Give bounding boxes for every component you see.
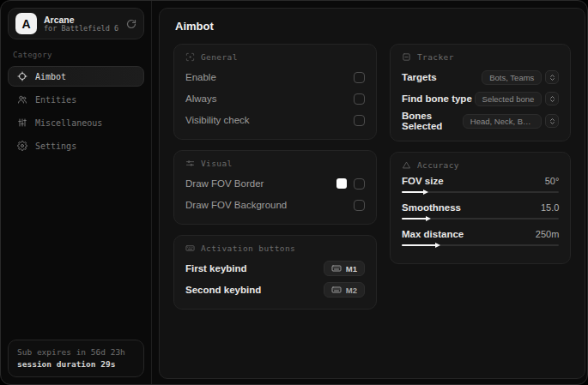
app-window: A Arcane for Battlefield 6 Category Aimb… — [0, 0, 588, 385]
sidebar: A Arcane for Battlefield 6 Category Aimb… — [1, 1, 152, 384]
keybind-row: First keybind M1 — [185, 259, 365, 278]
app-name: Arcane — [44, 15, 119, 25]
slider-thumb[interactable] — [426, 216, 431, 221]
slider-fill — [402, 244, 436, 246]
fov-size-slider[interactable] — [402, 189, 559, 196]
bones-selected-unfold-button[interactable] — [545, 114, 559, 128]
slider-row: Max distance 250m — [402, 229, 559, 239]
page-title: Aimbot — [175, 20, 571, 33]
card-header-label: General — [201, 52, 238, 62]
logo-badge: A — [15, 13, 37, 34]
sidebar-item-aimbot[interactable]: Aimbot — [8, 66, 144, 87]
dropdown-label: Find bone type — [402, 93, 472, 104]
slider-label: FOV size — [402, 176, 444, 186]
crosshair-icon — [17, 71, 27, 81]
sidebar-nav: Aimbot Entities Miscellaneous Settings — [8, 66, 144, 156]
sidebar-item-label: Aimbot — [35, 72, 66, 81]
first-keybind-button[interactable]: M1 — [324, 261, 365, 276]
setting-label: Visibility check — [185, 115, 250, 125]
scan-icon — [185, 52, 195, 62]
setting-row: Always — [185, 89, 365, 108]
slider-fill — [402, 191, 424, 193]
triangle-icon — [402, 160, 411, 170]
slider-value: 50° — [545, 176, 560, 186]
enable-checkbox[interactable] — [354, 72, 365, 83]
sidebar-item-label: Miscellaneous — [35, 118, 102, 128]
dropdown-label: Bones Selected — [402, 111, 463, 131]
users-icon — [17, 94, 27, 105]
targets-select[interactable]: Bots, Teams — [482, 70, 542, 85]
targets-unfold-button[interactable] — [545, 70, 559, 84]
setting-label: Draw FOV Background — [185, 200, 287, 210]
sidebar-item-miscellaneous[interactable]: Miscellaneous — [8, 112, 144, 133]
always-checkbox[interactable] — [354, 93, 365, 105]
session-duration-text: session duration 29s — [17, 358, 135, 370]
slider-row: FOV size 50° — [402, 176, 559, 186]
app-subtitle: for Battlefield 6 — [44, 25, 119, 33]
fov-border-color-swatch[interactable] — [336, 178, 347, 189]
dropdown-row: Targets Bots, Teams — [402, 68, 559, 87]
dropdown-row: Bones Selected Head, Neck, Body, Pe.. — [402, 111, 559, 131]
smoothness-slider[interactable] — [402, 215, 559, 222]
card-header-label: Activation buttons — [201, 244, 295, 253]
draw-fov-background-checkbox[interactable] — [354, 200, 365, 211]
gear-icon — [17, 141, 27, 151]
dropdown-row: Find bone type Selected bone — [402, 89, 559, 108]
keyboard-icon — [185, 244, 195, 253]
keybind-label: First keybind — [185, 263, 247, 274]
chevrons-up-down-icon — [549, 117, 556, 125]
sidebar-item-label: Settings — [35, 141, 76, 151]
main-area: Aimbot General Enable Alw — [152, 1, 588, 384]
setting-row: Visibility check — [185, 111, 365, 129]
max-distance-slider[interactable] — [402, 242, 559, 249]
activation-card: Activation buttons First keybind M1 Seco… — [173, 235, 377, 310]
slider-row: Smoothness 15.0 — [402, 202, 559, 213]
adjustments-icon — [185, 159, 195, 168]
setting-row: Draw FOV Background — [185, 196, 365, 214]
slider-thumb[interactable] — [423, 189, 428, 195]
keybind-value: M2 — [346, 286, 357, 295]
keybind-row: Second keybind M2 — [185, 280, 365, 299]
main-panel: Aimbot General Enable Alw — [159, 8, 585, 379]
visibility-check-checkbox[interactable] — [354, 115, 365, 126]
setting-label: Draw FOV Border — [185, 178, 264, 189]
draw-fov-border-checkbox[interactable] — [354, 178, 365, 189]
category-label: Category — [13, 51, 139, 59]
second-keybind-button[interactable]: M2 — [324, 282, 365, 298]
setting-row: Draw FOV Border — [185, 174, 365, 193]
chevrons-up-down-icon — [549, 95, 556, 103]
accuracy-card: Accuracy FOV size 50° Smoothness — [390, 152, 571, 264]
card-header-label: Accuracy — [417, 160, 459, 170]
bones-selected-select[interactable]: Head, Neck, Body, Pe.. — [463, 114, 543, 129]
tracker-card: Tracker Targets Bots, Teams — [390, 44, 571, 141]
setting-label: Always — [185, 93, 216, 104]
slider-fill — [402, 218, 427, 220]
refresh-icon[interactable] — [126, 19, 136, 29]
slider-label: Smoothness — [402, 202, 461, 213]
general-card: General Enable Always Visibility check — [173, 44, 377, 140]
setting-label: Enable — [185, 72, 216, 82]
subscription-card: Sub expires in 56d 23h session duration … — [8, 340, 144, 378]
find-bone-type-select[interactable]: Selected bone — [475, 92, 543, 106]
setting-row: Enable — [185, 68, 365, 87]
keyboard-icon — [331, 263, 342, 274]
sidebar-item-entities[interactable]: Entities — [8, 89, 144, 110]
slider-thumb[interactable] — [435, 243, 440, 248]
sub-expires-text: Sub expires in 56d 23h — [17, 346, 135, 358]
logo-card: A Arcane for Battlefield 6 — [8, 8, 144, 39]
dropdown-label: Targets — [402, 72, 437, 82]
card-header-label: Tracker — [417, 52, 454, 62]
chevrons-up-down-icon — [549, 74, 556, 81]
slider-value: 15.0 — [541, 202, 559, 213]
slider-label: Max distance — [402, 229, 464, 239]
sidebar-item-settings[interactable]: Settings — [8, 135, 144, 156]
find-bone-type-unfold-button[interactable] — [545, 92, 559, 105]
tracker-icon — [402, 52, 411, 62]
card-header-label: Visual — [201, 159, 233, 168]
slider-value: 250m — [536, 229, 560, 239]
keybind-label: Second keybind — [185, 285, 261, 295]
keyboard-icon — [331, 285, 342, 295]
visual-card: Visual Draw FOV Border Draw FOV Backgrou… — [173, 150, 377, 225]
logo-text: Arcane for Battlefield 6 — [44, 15, 119, 33]
sliders-icon — [17, 117, 27, 128]
